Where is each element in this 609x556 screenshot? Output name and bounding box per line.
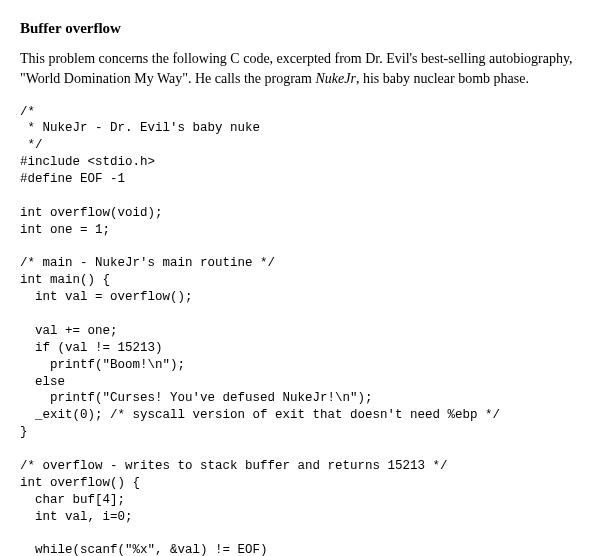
section-title: Buffer overflow [20, 18, 589, 39]
intro-program-name: NukeJr [315, 71, 355, 86]
intro-text-post: , his baby nuclear bomb phase. [356, 71, 529, 86]
intro-paragraph: This problem concerns the following C co… [20, 49, 589, 90]
code-block: /* * NukeJr - Dr. Evil's baby nuke */ #i… [20, 104, 589, 556]
